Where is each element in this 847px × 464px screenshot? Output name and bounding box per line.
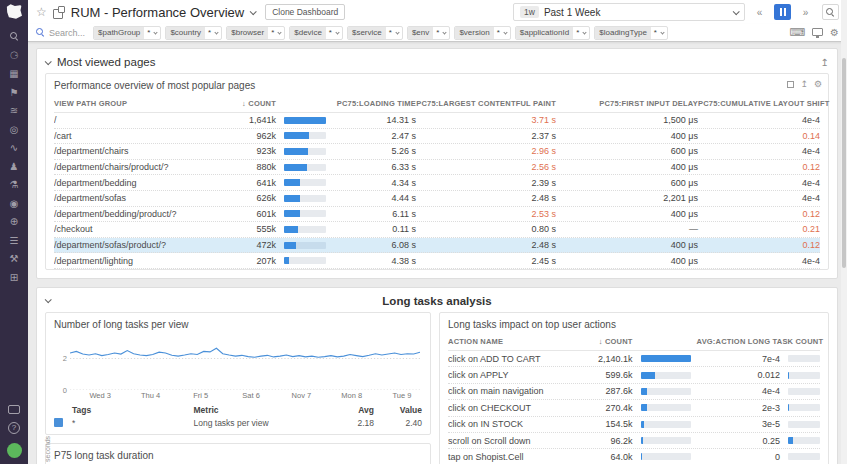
- settings-icon[interactable]: ⊞: [6, 270, 22, 286]
- col-count[interactable]: ↓ COUNT: [583, 337, 633, 346]
- col-fid[interactable]: PC75:FIRST INPUT DELAY: [556, 99, 698, 108]
- rum-icon[interactable]: ◉: [6, 196, 22, 212]
- variable-pill-loadingType[interactable]: $loadingType*: [594, 26, 668, 40]
- gear-icon[interactable]: ⚙: [814, 79, 822, 89]
- view-path-cell[interactable]: /: [54, 115, 234, 125]
- col-avg-long-task-count[interactable]: AVG:ACTION LONG TASK COUNT: [697, 337, 820, 346]
- monitors-icon[interactable]: ♟: [6, 159, 22, 175]
- table-row[interactable]: tap on Shopist.Cell 64.0k 0: [448, 449, 820, 464]
- dashboards-icon[interactable]: ▦: [6, 66, 22, 82]
- table-row[interactable]: click on IN STOCK 154.5k 3e-5: [448, 417, 820, 433]
- variable-pill-pathGroup[interactable]: $pathGroup*: [93, 26, 161, 40]
- col-cls[interactable]: PC75:CUMULATIVE LAYOUT SHIFT: [698, 99, 820, 108]
- line-chart[interactable]: 02: [54, 334, 422, 390]
- action-name-cell[interactable]: click on main navigation: [448, 386, 583, 396]
- variable-pill-device[interactable]: $device*: [289, 26, 343, 40]
- table-row[interactable]: /department/chairs 923k 5.26 s 2.96 s 60…: [54, 144, 820, 160]
- col-lcp[interactable]: PC75:LARGEST CONTENTFUL PAINT: [416, 99, 556, 108]
- chat-icon[interactable]: [8, 405, 20, 414]
- keyboard-icon[interactable]: ⌨: [789, 26, 805, 39]
- export-icon[interactable]: ↥: [821, 57, 829, 68]
- chart-canvas[interactable]: [70, 338, 420, 390]
- variables-search[interactable]: Search...: [36, 28, 85, 38]
- col-loading-time[interactable]: PC75:LOADING TIME: [328, 99, 416, 108]
- apm-icon[interactable]: ◎: [6, 122, 22, 138]
- action-name-cell[interactable]: click on ADD TO CART: [448, 354, 583, 364]
- section-title: Long tasks analysis: [45, 295, 829, 307]
- metrics-icon[interactable]: ∿: [6, 140, 22, 156]
- network-icon[interactable]: ≋: [6, 103, 22, 119]
- table-row[interactable]: click on main navigation 287.6k 4e-4: [448, 384, 820, 400]
- datadog-logo[interactable]: [6, 4, 23, 19]
- pause-button[interactable]: [774, 4, 791, 20]
- export-icon[interactable]: ↥: [800, 79, 808, 89]
- skip-back-button[interactable]: «: [751, 4, 768, 20]
- variable-pill-country[interactable]: $country*: [165, 26, 222, 40]
- col-view-path-group[interactable]: VIEW PATH GROUP: [54, 99, 234, 108]
- view-path-cell[interactable]: /department/sofas/product/?: [54, 240, 234, 250]
- action-name-cell[interactable]: scroll on Scroll down: [448, 436, 583, 446]
- table-row[interactable]: /checkout 555k 0.11 s 0.80 s — 0.21: [54, 222, 820, 238]
- legend-metric: Long tasks per view: [194, 418, 327, 428]
- expand-icon[interactable]: [787, 81, 794, 88]
- skip-forward-button[interactable]: »: [797, 4, 814, 20]
- global-search-button[interactable]: [822, 4, 839, 20]
- logs-icon[interactable]: ☰: [6, 233, 22, 249]
- star-icon[interactable]: ☆: [36, 5, 47, 19]
- time-range-select[interactable]: 1w Past 1 Week: [513, 3, 745, 21]
- view-path-cell[interactable]: /department/sofas: [54, 193, 234, 203]
- view-path-cell[interactable]: /checkout: [54, 224, 234, 234]
- view-path-cell[interactable]: /cart: [54, 131, 234, 141]
- count-bar: [633, 355, 697, 362]
- table-row[interactable]: /department/bedding 641k 4.34 s 2.39 s 6…: [54, 175, 820, 191]
- table-row[interactable]: / 1,641k 14.31 s 3.71 s 1,500 μs 4e-4: [54, 113, 820, 129]
- table-row[interactable]: /cart 962k 2.47 s 2.37 s 400 μs 0.14: [54, 129, 820, 145]
- action-name-cell[interactable]: click on CHECKOUT: [448, 403, 583, 413]
- security-icon[interactable]: ⊕: [6, 214, 22, 230]
- table-row[interactable]: /department/lighting 207k 4.38 s 2.45 s …: [54, 253, 820, 269]
- section-title[interactable]: Most viewed pages: [57, 56, 155, 68]
- user-avatar[interactable]: [7, 443, 22, 458]
- infrastructure-icon[interactable]: ⚑: [6, 85, 22, 101]
- table-row[interactable]: /department/bedding/product/? 601k 6.11 …: [54, 207, 820, 223]
- table-row[interactable]: /department/sofas 626k 4.44 s 2.48 s 2,2…: [54, 191, 820, 207]
- table-row[interactable]: scroll on Scroll down 96.2k 0.25: [448, 433, 820, 449]
- variable-value: *: [573, 26, 582, 39]
- view-path-cell[interactable]: /department/lighting: [54, 256, 234, 266]
- view-path-cell[interactable]: /department/chairs/product/?: [54, 162, 234, 172]
- integrations-icon[interactable]: ⚒: [6, 251, 22, 267]
- variable-pill-env[interactable]: $env*: [407, 26, 450, 40]
- help-icon[interactable]: ?: [8, 422, 20, 434]
- table-row[interactable]: click on ADD TO CART 2,140.1k 7e-4: [448, 351, 820, 367]
- action-name-cell[interactable]: click on IN STOCK: [448, 419, 583, 429]
- tv-mode-icon[interactable]: [812, 28, 823, 36]
- view-path-cell[interactable]: /department/chairs: [54, 146, 234, 156]
- variable-pill-applicationId[interactable]: $applicationId*: [515, 26, 591, 40]
- chevron-down-icon[interactable]: [250, 8, 257, 15]
- gear-icon[interactable]: ⚙: [830, 27, 839, 38]
- widget-long-tasks-actions: Long tasks impact on top user actions AC…: [439, 312, 829, 464]
- legend-row[interactable]: * Long tasks per view 2.18 2.40: [54, 417, 422, 430]
- variable-pill-browser[interactable]: $browser*: [226, 26, 285, 40]
- watchdog-icon[interactable]: ⚆: [6, 48, 22, 64]
- col-action-name[interactable]: ACTION NAME: [448, 337, 583, 346]
- collapse-section-icon[interactable]: [45, 58, 52, 65]
- variable-pill-service[interactable]: $service*: [347, 26, 403, 40]
- view-path-cell[interactable]: /department/bedding: [54, 178, 234, 188]
- table-row[interactable]: click on CHECKOUT 270.4k 2e-3: [448, 400, 820, 416]
- action-name-cell[interactable]: click on APPLY: [448, 370, 583, 380]
- variable-pills: $pathGroup*$country*$browser*$device*$se…: [93, 26, 668, 40]
- variable-pill-version[interactable]: $version*: [454, 26, 510, 40]
- table-row[interactable]: /department/sofas/product/? 472k 6.08 s …: [54, 238, 820, 254]
- table-row[interactable]: click on APPLY 599.6k 0.012: [448, 367, 820, 383]
- col-count[interactable]: ↓ COUNT: [234, 99, 276, 108]
- clone-dashboard-button[interactable]: Clone Dashboard: [265, 4, 345, 20]
- view-path-cell[interactable]: /department/bedding/product/?: [54, 209, 234, 219]
- page-scrollbar[interactable]: [841, 0, 847, 464]
- action-name-cell[interactable]: tap on Shopist.Cell: [448, 452, 583, 462]
- scrollbar-thumb[interactable]: [842, 58, 846, 268]
- search-icon[interactable]: [10, 32, 19, 41]
- table-row[interactable]: /department/chairs/product/? 880k 6.33 s…: [54, 160, 820, 176]
- synthetics-icon[interactable]: ⚗: [6, 177, 22, 193]
- count-cell: 472k: [234, 240, 276, 250]
